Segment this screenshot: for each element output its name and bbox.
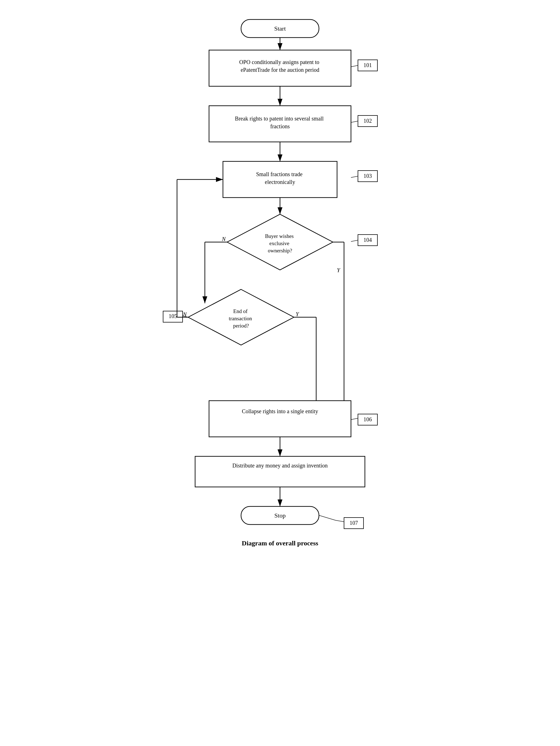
svg-line-11 (351, 121, 358, 122)
start-label: Start (274, 25, 286, 32)
ref103-label: 103 (364, 173, 372, 179)
n-label-104: N (222, 236, 226, 242)
y-label-105: Y (296, 311, 299, 317)
svg-text:Buyer wishes
      exclusive
 : Buyer wishes exclusive ownership? (265, 233, 295, 254)
ref106-label: 106 (364, 416, 372, 422)
diagram-container: Start OPO conditionally assigns patent t… (155, 11, 405, 701)
ref105-label: 105 (169, 313, 177, 319)
svg-text:Distribute any money and assig: Distribute any money and assign inventio… (232, 462, 328, 469)
caption-text: Diagram of overall process (242, 540, 318, 547)
n-label-105: N (183, 311, 187, 317)
svg-line-40 (351, 418, 358, 420)
ref107-label: 107 (349, 520, 358, 526)
flowchart-svg: Start OPO conditionally assigns patent t… (155, 11, 405, 701)
svg-rect-42 (195, 456, 365, 487)
ref102-label: 102 (364, 118, 372, 124)
svg-text:Collapse rights into a single : Collapse rights into a single entity (242, 408, 318, 414)
svg-line-21 (351, 240, 358, 241)
svg-line-48 (336, 520, 344, 522)
svg-line-6 (351, 65, 358, 67)
svg-rect-37 (209, 401, 351, 437)
svg-line-16 (351, 176, 358, 177)
ref101-label: 101 (364, 62, 372, 68)
y-label-104: Y (337, 267, 340, 273)
svg-line-47 (319, 515, 336, 520)
ref104-label: 104 (364, 237, 372, 243)
stop-label: Stop (274, 512, 286, 519)
